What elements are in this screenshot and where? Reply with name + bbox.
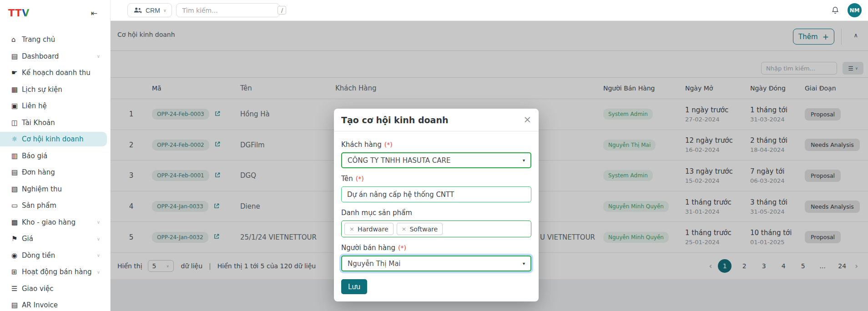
sidebar-item-on-hang[interactable]: ▤Đơn hàng [0,165,110,180]
sales-activity-icon: ⊞ [11,268,22,276]
sidebar-item-label: Giao việc [22,285,53,293]
label-text: Tên [341,175,353,183]
sidebar-item-dong-tien[interactable]: ◉Dòng tiền∨ [0,248,110,263]
acceptance-icon: ▧ [11,185,22,193]
caret-down-icon: ▾ [523,261,525,266]
module-switcher[interactable]: CRM ∨ [127,3,172,17]
notifications-bell-icon[interactable] [831,6,839,15]
sidebar-header: TTV ⇤ [0,0,110,21]
crm-users-icon [133,7,142,14]
sidebar: TTV ⇤ ⌂Trang chủ▤Dashboard∨☛Kế hoạch doa… [0,0,111,311]
sidebar-item-hoat-ong-ban-hang[interactable]: ⊞Hoạt động bán hàng∨ [0,265,110,279]
global-search: / [176,3,280,17]
sidebar-item-label: Trang chủ [22,35,55,44]
tag-remove-icon[interactable]: × [349,226,354,232]
contacts-icon: ▣ [11,102,22,110]
sidebar-item-lien-he[interactable]: ▣Liên hệ [0,99,110,113]
sidebar-item-ar-invoice[interactable]: ▤AR Invoice [0,298,110,311]
sidebar-item-label: Lịch sự kiện [22,85,62,94]
seller-select[interactable]: Nguyễn Thị Mai ▾ [341,256,531,271]
label-text: Khách hàng [341,140,382,149]
tag-label: Software [409,226,438,233]
product-category-multiselect[interactable]: ×Hardware×Software [341,221,531,237]
sidebar-item-label: Dòng tiền [22,251,55,260]
modal-header: Tạo cơ hội kinh doanh × [334,109,539,131]
tag-remove-icon[interactable]: × [402,226,407,232]
logo-v: V [22,8,30,19]
save-button[interactable]: Lưu [341,279,367,294]
seller-field-label: Người bán hàng (*) [341,244,531,252]
calendar-icon: ▦ [11,85,22,94]
sidebar-item-label: Dashboard [22,52,59,60]
chevron-down-icon: ∨ [163,8,167,13]
create-opportunity-modal: Tạo cơ hội kinh doanh × Khách hàng (*) C… [334,109,539,301]
sidebar-item-lich-su-kien[interactable]: ▦Lịch sự kiện [0,82,110,97]
product-category-field-label: Danh mục sản phẩm [341,209,531,217]
sidebar-item-label: Báo giá [22,152,47,160]
quote-icon: ▥ [11,152,22,160]
sidebar-item-label: Sản phẩm [22,201,56,210]
sidebar-item-tai-khoan[interactable]: ◫Tài Khoản [0,115,110,130]
sidebar-item-label: Cơ hội kinh doanh [22,135,84,143]
modal-body: Khách hàng (*) CÔNG TY TNHH HASUTA CARE … [334,131,539,301]
sidebar-item-kho-giao-hang[interactable]: ▩Kho - giao hàng∨ [0,215,110,230]
sidebar-item-san-pham[interactable]: ▭Sản phẩm [0,198,110,213]
global-search-input[interactable] [176,3,280,17]
product-icon: ▭ [11,201,22,210]
app-window: TTV ⇤ ⌂Trang chủ▤Dashboard∨☛Kế hoạch doa… [0,0,868,311]
home-icon: ⌂ [11,35,22,44]
sidebar-item-label: Liên hệ [22,102,47,110]
chevron-down-icon: ∨ [97,270,100,275]
ar-invoice-icon: ▤ [11,301,22,309]
user-avatar[interactable]: NM [848,3,862,17]
sidebar-item-bao-gia[interactable]: ▥Báo giá [0,149,110,163]
chevron-down-icon: ∨ [97,220,100,225]
opportunity-icon: ☼ [11,135,22,143]
sidebar-menu: ⌂Trang chủ▤Dashboard∨☛Kế hoạch doanh thu… [0,32,110,311]
customer-select[interactable]: CÔNG TY TNHH HASUTA CARE ▾ [341,152,531,168]
required-mark: (*) [384,141,393,148]
sidebar-item-label: Kho - giao hàng [22,218,76,226]
sidebar-item-trang-chu[interactable]: ⌂Trang chủ [0,32,110,47]
price-icon: ⚑ [11,235,22,243]
label-text: Danh mục sản phẩm [341,209,412,217]
category-tag: ×Hardware [344,223,394,235]
cashflow-icon: ◉ [11,251,22,260]
chevron-down-icon: ∨ [97,54,100,59]
sidebar-item-label: Giá [22,235,33,243]
name-field-label: Tên (*) [341,175,531,183]
sidebar-item-label: AR Invoice [22,301,58,309]
customer-field-label: Khách hàng (*) [341,140,531,149]
category-tag: ×Software [397,223,443,235]
sidebar-item-label: Tài Khoản [22,119,55,127]
name-input[interactable] [341,186,531,202]
search-shortcut-key: / [278,6,286,15]
sidebar-item-label: Nghiệm thu [22,185,62,193]
close-icon[interactable]: × [523,115,531,125]
chevron-down-icon: ∨ [97,236,100,241]
collapse-sidebar-icon[interactable]: ⇤ [91,9,97,18]
tasks-icon: ☰ [11,285,22,293]
warehouse-icon: ▩ [11,218,22,226]
module-label: CRM [146,7,160,14]
sidebar-item-gia[interactable]: ⚑Giá∨ [0,231,110,246]
chevron-down-icon: ∨ [97,253,100,258]
sidebar-item-label: Hoạt động bán hàng [22,268,92,276]
sidebar-item-label: Kế hoạch doanh thu [22,69,91,77]
order-icon: ▤ [11,168,22,176]
logo-tt: TT [8,8,22,19]
account-icon: ◫ [11,119,22,127]
modal-title: Tạo cơ hội kinh doanh [341,115,448,125]
tag-label: Hardware [358,226,389,233]
topbar-right: NM [831,3,868,17]
dashboard-icon: ▤ [11,52,22,60]
sidebar-item-nghiem-thu[interactable]: ▧Nghiệm thu [0,182,110,196]
required-mark: (*) [356,175,364,182]
topbar: CRM ∨ / NM [111,0,868,21]
caret-down-icon: ▾ [523,158,525,163]
sidebar-item-giao-viec[interactable]: ☰Giao việc [0,281,110,296]
sidebar-item-dashboard[interactable]: ▤Dashboard∨ [0,49,110,64]
sidebar-item-ke-hoach-doanh-thu[interactable]: ☛Kế hoạch doanh thu [0,65,110,80]
sidebar-item-co-hoi-kinh-doanh[interactable]: ☼Cơ hội kinh doanh [0,132,107,146]
app-logo[interactable]: TTV [8,8,30,19]
